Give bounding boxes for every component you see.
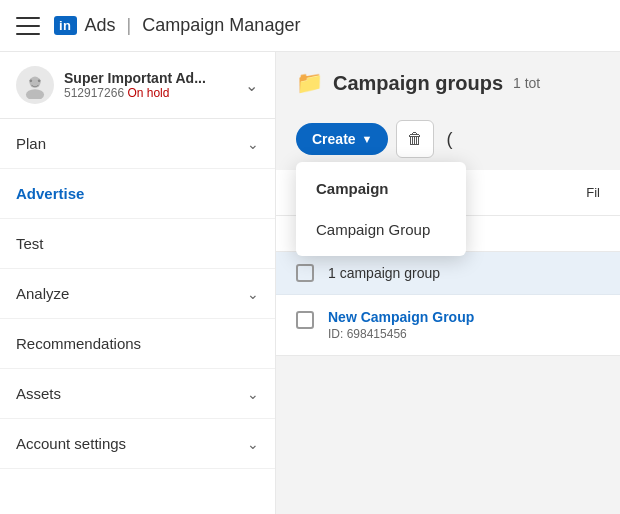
campaign-group-count: 1 tot <box>513 75 540 91</box>
svg-point-0 <box>29 77 40 88</box>
create-button[interactable]: Create ▼ <box>296 123 388 155</box>
account-chevron-icon: ⌄ <box>243 77 259 93</box>
linkedin-logo: in <box>54 16 77 35</box>
chevron-down-icon: ⌄ <box>247 286 259 302</box>
svg-point-1 <box>26 89 44 99</box>
table-row: New Campaign Group ID: 698415456 <box>276 295 620 356</box>
right-panel: 📁 Campaign groups 1 tot Create ▼ 🗑 ( Cam… <box>276 52 620 514</box>
delete-button[interactable]: 🗑 <box>396 120 434 158</box>
trash-icon: 🗑 <box>407 130 423 148</box>
svg-point-2 <box>29 79 32 82</box>
campaign-groups-header: 📁 Campaign groups 1 tot <box>276 52 620 112</box>
header-ads-label: Ads <box>85 15 116 35</box>
sidebar-item-test-label: Test <box>16 235 44 252</box>
sidebar-item-recommendations[interactable]: Recommendations <box>0 319 275 369</box>
hamburger-menu-icon[interactable] <box>16 17 40 35</box>
main-layout: Super Important Ad... 512917266 On hold … <box>0 52 620 514</box>
summary-text: 1 campaign group <box>328 265 440 281</box>
row-content: New Campaign Group ID: 698415456 <box>328 309 474 341</box>
chevron-down-icon: ⌄ <box>247 386 259 402</box>
create-dropdown-menu: Campaign Campaign Group <box>296 162 466 256</box>
sidebar-item-assets[interactable]: Assets ⌄ <box>0 369 275 419</box>
sidebar-item-analyze-label: Analyze <box>16 285 69 302</box>
account-section[interactable]: Super Important Ad... 512917266 On hold … <box>0 52 275 119</box>
chevron-down-icon: ⌄ <box>247 436 259 452</box>
create-button-chevron-icon: ▼ <box>362 133 373 145</box>
header-title: Ads | Campaign Manager <box>85 15 301 36</box>
chevron-down-icon: ⌄ <box>247 136 259 152</box>
svg-point-3 <box>38 79 41 82</box>
sidebar-item-assets-label: Assets <box>16 385 61 402</box>
sidebar-item-plan-label: Plan <box>16 135 46 152</box>
toolbar: Create ▼ 🗑 ( Campaign Campaign Group <box>276 112 620 170</box>
campaign-group-name-link[interactable]: New Campaign Group <box>328 309 474 325</box>
folder-icon: 📁 <box>296 70 323 96</box>
sidebar-item-account-settings[interactable]: Account settings ⌄ <box>0 419 275 469</box>
create-button-label: Create <box>312 131 356 147</box>
account-id: 512917266 On hold <box>64 86 243 100</box>
campaign-group-id: ID: 698415456 <box>328 327 474 341</box>
header-product-label: Campaign Manager <box>142 15 300 35</box>
bracket-label: ( <box>446 129 452 150</box>
sidebar-item-advertise[interactable]: Advertise <box>0 169 275 219</box>
sidebar-item-analyze[interactable]: Analyze ⌄ <box>0 269 275 319</box>
sidebar-item-plan[interactable]: Plan ⌄ <box>0 119 275 169</box>
avatar <box>16 66 54 104</box>
top-header: in Ads | Campaign Manager <box>0 0 620 52</box>
row-checkbox[interactable] <box>296 311 314 329</box>
sidebar-item-test[interactable]: Test <box>0 219 275 269</box>
sidebar: Super Important Ad... 512917266 On hold … <box>0 52 276 514</box>
page-title: Campaign groups <box>333 72 503 95</box>
filter-label: Fil <box>586 185 600 200</box>
account-info: Super Important Ad... 512917266 On hold <box>64 70 243 100</box>
sidebar-item-advertise-label: Advertise <box>16 185 84 202</box>
account-name: Super Important Ad... <box>64 70 243 86</box>
dropdown-item-campaign[interactable]: Campaign <box>296 168 466 209</box>
sidebar-item-recommendations-label: Recommendations <box>16 335 141 352</box>
sidebar-item-account-settings-label: Account settings <box>16 435 126 452</box>
summary-checkbox[interactable] <box>296 264 314 282</box>
summary-row: 1 campaign group <box>276 252 620 295</box>
dropdown-item-campaign-group[interactable]: Campaign Group <box>296 209 466 250</box>
